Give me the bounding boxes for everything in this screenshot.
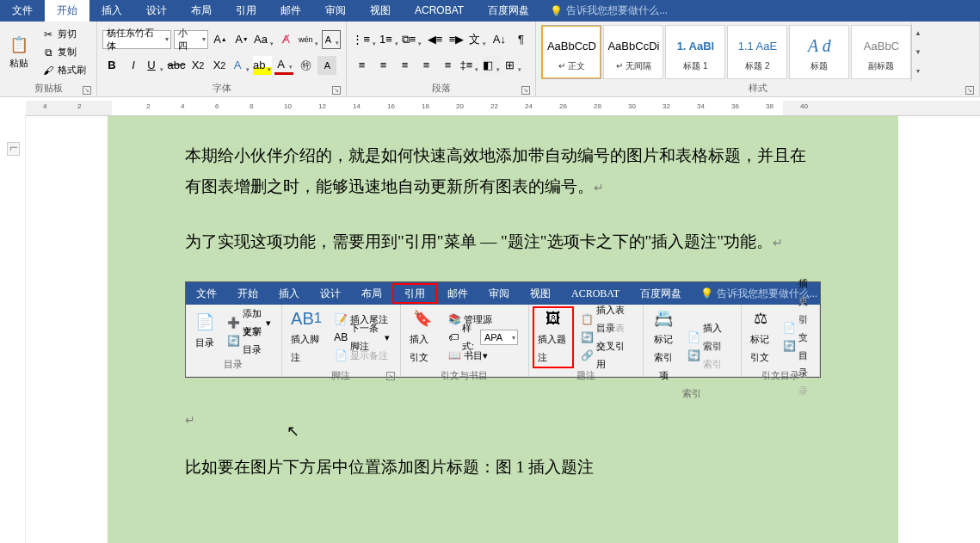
- enclose-char-button[interactable]: ㊕: [296, 56, 315, 75]
- style-scroll-up[interactable]: ▲: [912, 23, 923, 42]
- format-painter-button[interactable]: 🖌格式刷: [38, 62, 89, 79]
- page-canvas[interactable]: 本期给小伙伴介绍的，就是如何快速高效地添加带自动编号的图片和表格标题，并且在有图…: [108, 116, 898, 543]
- empty-paragraph[interactable]: ↵: [185, 404, 821, 435]
- font-launcher[interactable]: ↘: [332, 86, 341, 95]
- refresh-icon: 🔄: [581, 330, 594, 344]
- tab-mailings[interactable]: 邮件: [268, 0, 313, 22]
- align-center-button[interactable]: ≡: [373, 56, 392, 75]
- align-justify-button[interactable]: ≡: [416, 56, 435, 75]
- line-spacing-button[interactable]: ‡≡: [459, 56, 479, 75]
- tab-home[interactable]: 开始: [45, 0, 89, 22]
- tab-references[interactable]: 引用: [224, 0, 268, 22]
- update-toc-button[interactable]: 🔄更新目录: [224, 332, 274, 349]
- mark-citation-button[interactable]: ⚖标记引文: [745, 306, 776, 368]
- style-title[interactable]: A d标题: [789, 25, 849, 79]
- insert-caption-button[interactable]: 🖼插入题注: [533, 306, 574, 368]
- tell-me[interactable]: 💡告诉我您想要做什么...: [550, 3, 668, 18]
- horizontal-ruler[interactable]: 42246810121416182022242628303234363840: [26, 101, 980, 116]
- cut-button[interactable]: ✂剪切: [38, 26, 89, 43]
- show-marks-button[interactable]: ¶: [511, 30, 530, 49]
- paragraph-2[interactable]: 为了实现这项功能，需要用到"引用"菜单 — "题注"选项卡之下的"插入题注"功能…: [185, 226, 821, 257]
- style-nospacing[interactable]: AaBbCcDi↵ 无间隔: [603, 25, 663, 79]
- align-left-button[interactable]: ≡: [352, 56, 371, 75]
- paragraph-launcher[interactable]: ↘: [521, 86, 530, 95]
- multilevel-button[interactable]: ⧉≡: [402, 30, 423, 49]
- font-color-button[interactable]: A: [274, 56, 293, 75]
- font-size-combo[interactable]: 小四: [174, 30, 208, 49]
- vertical-ruler[interactable]: L: [0, 116, 26, 543]
- style-subtitle[interactable]: AaBbC副标题: [851, 25, 911, 79]
- change-case-button[interactable]: Aa: [254, 30, 274, 49]
- style-icon: 🏷: [447, 330, 459, 344]
- text-effects-button[interactable]: A: [231, 56, 250, 75]
- footnote-launcher[interactable]: ↘: [386, 372, 395, 380]
- tab-insert[interactable]: 插入: [89, 0, 134, 22]
- paragraph-1[interactable]: 本期给小伙伴介绍的，就是如何快速高效地添加带自动编号的图片和表格标题，并且在有图…: [185, 140, 821, 202]
- align-distribute-button[interactable]: ≡: [438, 56, 457, 75]
- insert-citation-button[interactable]: 🔖插入引文: [404, 306, 441, 368]
- paragraph-3[interactable]: 比如要在图片下方居中位置添加图片标题：图 1 插入题注: [185, 452, 821, 483]
- sort-button[interactable]: A↓: [490, 30, 508, 49]
- tab-acrobat[interactable]: ACROBAT: [403, 0, 476, 22]
- embed-tab-layout[interactable]: 布局: [351, 283, 392, 305]
- cross-reference-button[interactable]: 🔗交叉引用: [577, 347, 636, 364]
- embed-tab-review[interactable]: 审阅: [478, 283, 520, 305]
- styles-gallery[interactable]: AaBbCcD↵ 正文 AaBbCcDi↵ 无间隔 1. AaBl标题 1 1.…: [539, 23, 976, 81]
- bullets-button[interactable]: ⋮≡: [352, 30, 377, 49]
- tab-view[interactable]: 视图: [358, 0, 403, 22]
- copy-button[interactable]: ⧉复制: [38, 44, 89, 61]
- tab-design[interactable]: 设计: [134, 0, 179, 22]
- phonetic-button[interactable]: wén: [299, 30, 320, 49]
- style-heading1[interactable]: 1. AaBl标题 1: [665, 25, 725, 79]
- tab-baidu[interactable]: 百度网盘: [476, 0, 541, 22]
- tab-review[interactable]: 审阅: [313, 0, 358, 22]
- toc-button[interactable]: 📄目录: [189, 306, 220, 357]
- tab-file[interactable]: 文件: [0, 0, 45, 22]
- style-expand[interactable]: ▾: [912, 62, 923, 81]
- highlight-button[interactable]: ab: [253, 56, 272, 75]
- embed-tab-baidu[interactable]: 百度网盘: [630, 283, 692, 305]
- insert-footnote-button[interactable]: AB1插入脚注: [286, 306, 327, 368]
- char-border-button[interactable]: A: [322, 30, 341, 49]
- bibliography-button[interactable]: 📖书目 ▾: [444, 347, 521, 364]
- borders-button[interactable]: ⊞: [503, 56, 522, 75]
- clear-format-button[interactable]: A̸: [277, 30, 296, 49]
- tab-layout[interactable]: 布局: [179, 0, 224, 22]
- decrease-indent-button[interactable]: ◀≡: [425, 30, 444, 49]
- embed-tab-mailings[interactable]: 邮件: [437, 283, 478, 305]
- align-right-button[interactable]: ≡: [395, 56, 414, 75]
- biblio-icon: 📖: [447, 349, 461, 362]
- shrink-font-button[interactable]: A▼: [232, 30, 251, 49]
- strike-button[interactable]: abc: [167, 56, 186, 75]
- style-scroll-down[interactable]: ▼: [912, 42, 923, 61]
- increase-indent-button[interactable]: ≡▶: [447, 30, 465, 49]
- next-footnote-button[interactable]: AB下一条脚注 ▾: [330, 329, 393, 346]
- shading-button[interactable]: ◧: [482, 56, 501, 75]
- underline-button[interactable]: U: [145, 56, 164, 75]
- embed-tab-references[interactable]: 引用: [392, 283, 437, 304]
- embed-tab-insert[interactable]: 插入: [268, 283, 310, 305]
- font-name-combo[interactable]: 杨任东竹石体: [102, 30, 171, 49]
- asian-layout-button[interactable]: 文: [468, 30, 487, 49]
- embed-tab-design[interactable]: 设计: [310, 283, 351, 305]
- citation-style-combo[interactable]: 🏷样式: APA: [444, 329, 521, 346]
- manage-sources-button[interactable]: 📚管理源: [444, 311, 521, 328]
- subscript-button[interactable]: X2: [188, 56, 207, 75]
- bold-button[interactable]: B: [102, 56, 121, 75]
- mark-index-button[interactable]: 📇标记 索引项: [647, 306, 681, 386]
- style-normal[interactable]: AaBbCcD↵ 正文: [541, 25, 601, 79]
- left-margin-marker[interactable]: L: [7, 142, 20, 156]
- grow-font-button[interactable]: A▲: [211, 30, 230, 49]
- embed-tab-file[interactable]: 文件: [186, 283, 227, 305]
- superscript-button[interactable]: X2: [210, 56, 229, 75]
- char-shading-button[interactable]: A: [317, 56, 336, 75]
- clipboard-launcher[interactable]: ↘: [83, 86, 91, 95]
- embed-tab-view[interactable]: 视图: [520, 283, 561, 305]
- embed-tab-home[interactable]: 开始: [227, 283, 268, 305]
- paste-button[interactable]: 📋 粘贴: [3, 23, 34, 81]
- refresh-icon: 🔄: [687, 349, 700, 362]
- styles-launcher[interactable]: ↘: [965, 86, 974, 95]
- numbering-button[interactable]: 1≡: [379, 30, 399, 49]
- style-heading2[interactable]: 1.1 AaE标题 2: [727, 25, 787, 79]
- italic-button[interactable]: I: [124, 56, 143, 75]
